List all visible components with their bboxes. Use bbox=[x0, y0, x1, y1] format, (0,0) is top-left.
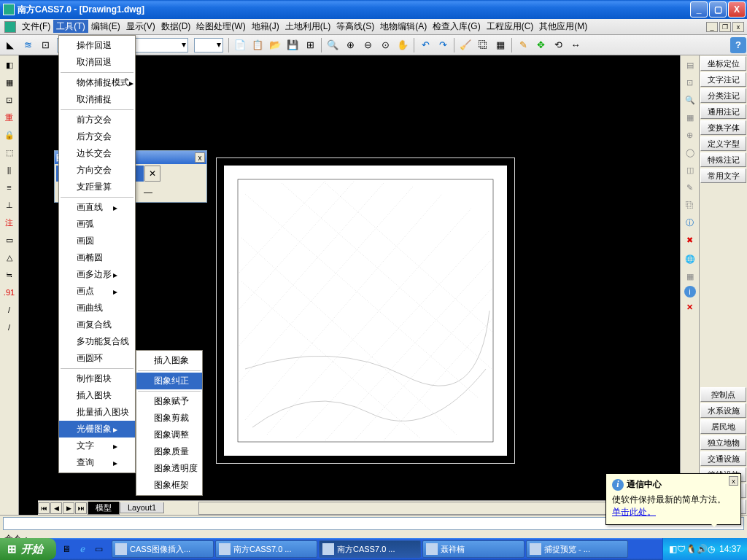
mi-画弧[interactable]: 画弧 bbox=[59, 216, 135, 233]
tray-icon[interactable]: ◷ bbox=[708, 544, 715, 554]
menu-7[interactable]: 土地利用(L) bbox=[282, 20, 334, 33]
menu-8[interactable]: 等高线(S) bbox=[333, 20, 377, 33]
tray-icon[interactable]: 🛡 bbox=[677, 544, 686, 554]
left-tool-0[interactable]: ◧ bbox=[1, 57, 18, 73]
sub-图象质量[interactable]: 图象质量 bbox=[136, 443, 202, 460]
left-tool-1[interactable]: ▦ bbox=[1, 74, 18, 90]
mdi-restore[interactable]: ❐ bbox=[719, 22, 731, 32]
tool-help-icon[interactable]: ? bbox=[730, 37, 746, 53]
rtool-layer-icon[interactable]: ▦ bbox=[682, 109, 698, 125]
mi-前方交会[interactable]: 前方交会 bbox=[59, 112, 135, 128]
tool-undo-icon[interactable]: ↶ bbox=[417, 37, 433, 53]
left-tool-5[interactable]: ⬚ bbox=[1, 144, 18, 160]
tab-nav-next[interactable]: ▶ bbox=[63, 502, 74, 514]
mi-画圆[interactable]: 画圆 bbox=[59, 233, 135, 249]
close-button[interactable]: X bbox=[728, 1, 746, 18]
sub-图象框架[interactable]: 图象框架 bbox=[136, 477, 202, 494]
tool-new-icon[interactable]: 📄 bbox=[232, 37, 248, 53]
mdi-minimize[interactable]: _ bbox=[706, 22, 718, 32]
tool-pan-icon[interactable]: ✋ bbox=[395, 37, 411, 53]
mi-方向交会[interactable]: 方向交会 bbox=[59, 162, 135, 179]
rp-bot-2[interactable]: 居民地 bbox=[700, 419, 746, 434]
rtool-tree-icon[interactable]: ⊡ bbox=[682, 74, 698, 90]
mi-光栅图象[interactable]: 光栅图象 bbox=[59, 421, 135, 438]
left-tool-11[interactable]: △ bbox=[1, 249, 18, 265]
tool-draw1[interactable]: ◣ bbox=[2, 37, 18, 53]
rp-top-3[interactable]: 通用注记 bbox=[700, 104, 746, 119]
rtool-search-icon[interactable]: 🔍 bbox=[682, 92, 698, 108]
mi-画圆环[interactable]: 画圆环 bbox=[59, 350, 135, 367]
left-tool-12[interactable]: ≒ bbox=[1, 267, 18, 283]
ftool-close2[interactable]: ✕ bbox=[144, 166, 160, 182]
ql-ie-icon[interactable]: ℯ bbox=[75, 541, 90, 557]
menu-9[interactable]: 地物编辑(A) bbox=[377, 20, 430, 33]
mi-查询[interactable]: 查询 bbox=[59, 454, 135, 471]
tab-nav-first[interactable]: ⏮ bbox=[38, 502, 50, 514]
task-0[interactable]: CASS图像插入... bbox=[112, 540, 214, 558]
floating-toolbar-close[interactable]: x bbox=[195, 152, 205, 163]
tray-icon[interactable]: ◧ bbox=[669, 544, 677, 554]
menu-12[interactable]: 其他应用(M) bbox=[536, 20, 590, 33]
rp-top-4[interactable]: 变换字体 bbox=[700, 120, 746, 135]
maximize-button[interactable]: ▢ bbox=[709, 1, 727, 18]
ql-desktop-icon[interactable]: 🖥 bbox=[59, 541, 74, 557]
minimize-button[interactable]: _ bbox=[690, 1, 708, 18]
tool-zoom-out-icon[interactable]: ⊖ bbox=[360, 37, 376, 53]
linetype-dropdown[interactable] bbox=[194, 38, 223, 52]
tool-doc-icon[interactable]: 📋 bbox=[249, 37, 266, 53]
rp-top-5[interactable]: 定义字型 bbox=[700, 136, 746, 151]
tool-layers-icon[interactable]: ≋ bbox=[20, 37, 36, 53]
mi-画椭圆[interactable]: 画椭圆 bbox=[59, 249, 135, 266]
rp-bot-3[interactable]: 独立地物 bbox=[700, 435, 746, 450]
tool-edit-icon[interactable]: ✎ bbox=[515, 37, 531, 53]
sub-插入图象[interactable]: 插入图象 bbox=[136, 352, 202, 369]
tool-save-icon[interactable]: 💾 bbox=[285, 37, 301, 53]
rtool-circle-icon[interactable]: ◯ bbox=[682, 144, 698, 160]
left-tool-8[interactable]: ⊥ bbox=[1, 197, 18, 213]
menu-11[interactable]: 工程应用(C) bbox=[484, 20, 537, 33]
system-tray[interactable]: ◧ 🛡 🐧 🔊 ◷ 14:37 bbox=[662, 538, 747, 560]
mdi-close[interactable]: x bbox=[732, 22, 744, 32]
tab-model[interactable]: 模型 bbox=[88, 502, 120, 515]
rtool-info2-icon[interactable]: i bbox=[684, 286, 696, 298]
sub-图象透明度[interactable]: 图象透明度 bbox=[136, 460, 202, 477]
menu-2[interactable]: 编辑(E) bbox=[88, 20, 123, 33]
tool-copy-icon[interactable]: ⿻ bbox=[475, 37, 491, 53]
tray-icon[interactable]: 🔊 bbox=[697, 544, 708, 554]
tool-dim-icon[interactable]: ↔ bbox=[568, 37, 584, 53]
rp-bot-1[interactable]: 水系设施 bbox=[700, 403, 746, 418]
mi-支距量算[interactable]: 支距量算 bbox=[59, 179, 135, 195]
tray-icon[interactable]: 🐧 bbox=[686, 544, 697, 554]
mi-画点[interactable]: 画点 bbox=[59, 283, 135, 300]
tool-rotate-icon[interactable]: ⟲ bbox=[550, 37, 566, 53]
tool-erase-icon[interactable]: 🧹 bbox=[457, 37, 473, 53]
tool-zoom-window-icon[interactable]: 🔍 bbox=[325, 37, 341, 53]
rp-top-1[interactable]: 文字注记 bbox=[700, 72, 746, 87]
rp-top-0[interactable]: 坐标定位 bbox=[700, 56, 746, 71]
tool-show-icon[interactable]: ⊡ bbox=[37, 37, 53, 53]
menu-5[interactable]: 绘图处理(W) bbox=[193, 20, 248, 33]
rp-bot-0[interactable]: 控制点 bbox=[700, 387, 746, 402]
mi-取消捕捉[interactable]: 取消捕捉 bbox=[59, 91, 135, 108]
rtool-pen-icon[interactable]: ✎ bbox=[682, 179, 698, 195]
rtool-table-icon[interactable]: ▦ bbox=[682, 268, 698, 284]
mi-后方交会[interactable]: 后方交会 bbox=[59, 128, 135, 145]
rp-bot-4[interactable]: 交通设施 bbox=[700, 451, 746, 466]
left-tool-9[interactable]: 注 bbox=[1, 214, 18, 230]
task-2[interactable]: 南方CASS7.0 ... bbox=[319, 540, 421, 558]
left-tool-2[interactable]: ⊡ bbox=[1, 92, 18, 108]
tool-grid-icon[interactable]: ▦ bbox=[492, 37, 508, 53]
menu-10[interactable]: 检查入库(G) bbox=[430, 20, 483, 33]
left-tool-13[interactable]: .91 bbox=[1, 284, 18, 300]
mi-物体捕捉模式[interactable]: 物体捕捉模式 bbox=[59, 74, 135, 91]
mi-画复合线[interactable]: 画复合线 bbox=[59, 316, 135, 333]
left-tool-15[interactable]: / bbox=[1, 319, 18, 335]
tool-move-icon[interactable]: ✥ bbox=[533, 37, 549, 53]
tab-nav-prev[interactable]: ◀ bbox=[50, 502, 62, 514]
start-button[interactable]: 开始 bbox=[0, 538, 56, 560]
balloon-close[interactable]: x bbox=[729, 476, 738, 486]
mi-画曲线[interactable]: 画曲线 bbox=[59, 300, 135, 316]
tool-plot-icon[interactable]: ⊞ bbox=[302, 37, 318, 53]
left-tool-3[interactable]: 重 bbox=[1, 109, 18, 125]
sub-图象赋予[interactable]: 图象赋予 bbox=[136, 393, 202, 410]
